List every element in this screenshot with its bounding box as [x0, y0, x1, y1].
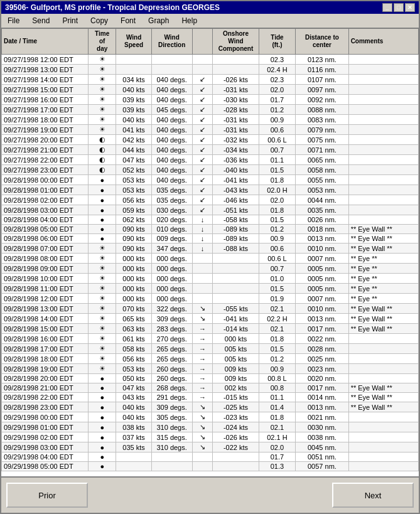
table-row: 09/29/1998 04:00 EDT●01.70051 nm. — [2, 452, 419, 462]
table-cell: 070 kts — [116, 304, 151, 314]
table-cell — [192, 294, 213, 304]
table-cell: 09/27/1998 20:00 EDT — [2, 135, 89, 145]
table-cell — [213, 264, 259, 274]
table-cell — [348, 165, 418, 175]
table-cell — [348, 145, 418, 155]
table-cell: -089 kts — [213, 225, 259, 234]
table-cell: 09/29/1998 03:00 EDT — [2, 442, 89, 452]
table-cell — [116, 55, 151, 65]
table-cell: 039 kts — [116, 105, 151, 115]
table-cell: 0007 nm. — [296, 254, 348, 264]
table-cell: -022 kts — [213, 442, 259, 452]
table-cell: 00.6 — [259, 125, 296, 135]
col-header-wind-dir: WindDirection — [151, 29, 192, 55]
table-cell: 09/29/1998 05:00 EDT — [2, 462, 89, 471]
table-cell: 0010 nm. — [296, 304, 348, 314]
menu-item-print[interactable]: Print — [58, 15, 82, 26]
col-header-dist: Distance tocenter — [296, 29, 348, 55]
table-cell: → — [192, 383, 213, 393]
table-cell: -088 kts — [213, 244, 259, 254]
table-cell: 09/28/1998 05:00 EDT — [2, 225, 89, 234]
table-cell: ● — [88, 175, 116, 185]
table-cell: ↙ — [192, 165, 213, 175]
table-cell: 09/27/1998 23:00 EDT — [2, 165, 89, 175]
table-cell: 09/28/1998 06:00 EDT — [2, 234, 89, 244]
table-cell: 309 degs. — [151, 402, 192, 412]
table-cell: ● — [88, 412, 116, 422]
table-cell: ↙ — [192, 125, 213, 135]
table-cell: 0025 nm. — [296, 354, 348, 364]
table-cell: 0088 nm. — [296, 105, 348, 115]
table-row: 09/28/1998 11:00 EDT☀000 kts000 degs.01.… — [2, 284, 419, 294]
next-button[interactable]: Next — [332, 483, 414, 508]
table-cell: 0007 nm. — [296, 294, 348, 304]
menu-item-file[interactable]: File — [4, 15, 23, 26]
table-cell: 005 kts — [213, 344, 259, 354]
table-cell: 0092 nm. — [296, 95, 348, 105]
table-cell — [192, 254, 213, 264]
table-cell: 0065 nm. — [296, 155, 348, 165]
table-cell: 053 kts — [116, 185, 151, 195]
menu-item-graph[interactable]: Graph — [144, 15, 173, 26]
table-row: 09/29/1998 00:00 EDT●040 kts305 degs.↘-0… — [2, 412, 419, 422]
menu-item-font[interactable]: Font — [117, 15, 139, 26]
menu-item-send[interactable]: Send — [28, 15, 53, 26]
prior-button[interactable]: Prior — [6, 483, 88, 508]
table-cell — [348, 462, 418, 471]
table-cell: 00.9 — [259, 234, 296, 244]
table-cell: 056 kts — [116, 195, 151, 205]
table-cell: 0071 nm. — [296, 145, 348, 155]
table-cell: 01.9 — [259, 294, 296, 304]
table-cell: → — [192, 364, 213, 374]
table-cell — [348, 95, 418, 105]
table-cell — [348, 125, 418, 135]
menu-item-help[interactable]: Help — [178, 15, 201, 26]
table-cell — [192, 462, 213, 471]
data-table-container[interactable]: Date / Time Timeofday WindSpeed WindDire… — [1, 28, 419, 476]
table-cell: ☀ — [88, 65, 116, 75]
table-cell: 09/28/1998 19:00 EDT — [2, 364, 89, 374]
table-cell: 040 degs. — [151, 125, 192, 135]
table-cell: → — [192, 334, 213, 344]
table-cell: -041 kts — [213, 175, 259, 185]
table-cell: 01.8 — [259, 205, 296, 215]
minimize-button[interactable]: _ — [382, 3, 392, 12]
table-cell — [348, 412, 418, 422]
maximize-button[interactable]: □ — [394, 3, 404, 12]
table-cell: ** Eye Wall ** — [348, 234, 418, 244]
table-cell: 0017 nm. — [296, 383, 348, 393]
table-cell: -031 kts — [213, 115, 259, 125]
table-cell: 260 degs. — [151, 374, 192, 383]
table-cell: ● — [88, 205, 116, 215]
menu-item-copy[interactable]: Copy — [87, 15, 112, 26]
table-row: 09/28/1998 02:00 EDT●056 kts035 degs.↙-0… — [2, 195, 419, 205]
table-row: 09/29/1998 03:00 EDT●035 kts310 degs.↘-0… — [2, 442, 419, 452]
table-cell: ↙ — [192, 175, 213, 185]
table-cell: ● — [88, 234, 116, 244]
table-cell: 09/28/1998 07:00 EDT — [2, 244, 89, 254]
table-cell: 000 kts — [213, 334, 259, 344]
table-cell: -030 kts — [213, 95, 259, 105]
table-cell: 09/28/1998 20:00 EDT — [2, 374, 89, 383]
table-row: 09/28/1998 23:00 EDT●040 kts309 degs.↘-0… — [2, 402, 419, 412]
table-cell — [213, 294, 259, 304]
table-cell: 01.2 — [259, 225, 296, 234]
table-cell: 01.5 — [259, 165, 296, 175]
close-button[interactable]: ✕ — [405, 3, 415, 12]
table-cell: 09/29/1998 04:00 EDT — [2, 452, 89, 462]
table-cell — [213, 55, 259, 65]
table-cell: ☀ — [88, 284, 116, 294]
table-cell: 063 kts — [116, 324, 151, 334]
table-row: 09/27/1998 21:00 EDT◐044 kts040 degs.↙-0… — [2, 145, 419, 155]
table-cell: 309 degs. — [151, 314, 192, 324]
table-cell: 310 degs. — [151, 442, 192, 452]
table-cell: 000 kts — [116, 274, 151, 284]
table-row: 09/27/1998 22:00 EDT◐047 kts040 degs.↙-0… — [2, 155, 419, 165]
table-cell: 09/28/1998 13:00 EDT — [2, 304, 89, 314]
data-table: Date / Time Timeofday WindSpeed WindDire… — [1, 28, 419, 471]
table-cell: 040 degs. — [151, 115, 192, 125]
table-cell: -026 kts — [213, 432, 259, 442]
table-cell: 040 degs. — [151, 85, 192, 95]
col-header-tod: Timeofday — [88, 29, 116, 55]
table-cell: 0013 nm. — [296, 402, 348, 412]
